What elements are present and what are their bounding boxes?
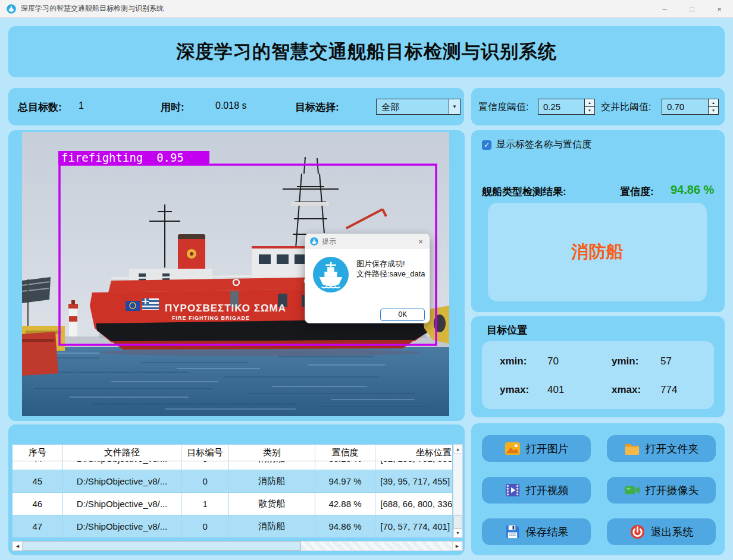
scroll-right-icon[interactable]: ▶ (452, 542, 462, 550)
total-targets-label: 总目标数: (18, 100, 62, 114)
show-labels-checkbox-row[interactable]: ✓ 显示标签名称与置信度 (482, 139, 591, 151)
ymax-label: ymax: (500, 384, 529, 396)
dialog-ship-logo (312, 256, 349, 293)
ymin-label: ymin: (612, 355, 638, 367)
col-header-target-id: 目标编号 (181, 445, 229, 461)
app-ship-icon (7, 4, 16, 14)
dialog-titlebar: 提示 × (305, 234, 430, 249)
iou-threshold-value: 0.70 (662, 99, 708, 114)
xmin-value: 70 (547, 355, 559, 367)
scroll-up-icon[interactable]: ▲ (453, 445, 462, 454)
page-title: 深度学习的智慧交通舰船目标检测与识别系统 (176, 39, 557, 64)
maximize-button[interactable]: □ (678, 0, 706, 18)
vertical-scroll-thumb[interactable] (453, 515, 462, 528)
window-titlebar: 深度学习的智慧交通舰船目标检测与识别系统 – □ × (0, 0, 733, 18)
save-icon (505, 524, 521, 540)
folder-icon (624, 441, 640, 457)
iou-threshold-label: 交并比阈值: (601, 101, 651, 114)
ymax-value: 401 (547, 384, 564, 396)
video-icon (505, 482, 521, 498)
results-table: 序号 文件路径 目标编号 类别 置信度 坐标位置 44 D:/ShipObjec… (12, 444, 453, 538)
target-position-title: 目标位置 (487, 323, 527, 337)
spin-down-icon[interactable]: ▼ (709, 107, 718, 114)
show-labels-label: 显示标签名称与置信度 (496, 139, 591, 151)
open-video-button[interactable]: 打开视频 (482, 477, 591, 504)
target-select-dropdown[interactable]: 全部 ▼ (376, 99, 461, 115)
target-position-box: xmin: 70 ymin: 57 ymax: 401 xmax: 774 (482, 341, 714, 409)
checkbox-checked-icon[interactable]: ✓ (482, 140, 491, 150)
dialog-close-icon[interactable]: × (412, 237, 430, 246)
horizontal-scrollbar[interactable]: ◀ ▶ (12, 541, 463, 551)
confidence-label: 置信度: (620, 185, 654, 199)
hull-text-english: FIRE FIGHTING BRIGADE (172, 315, 250, 321)
dialog-message-line2: 文件路径:save_data (356, 269, 425, 279)
confidence-value: 94.86 % (671, 183, 714, 197)
dialog-title: 提示 (322, 237, 412, 247)
spin-up-icon[interactable]: ▲ (709, 99, 718, 107)
horizontal-scroll-thumb[interactable] (23, 542, 301, 550)
table-row[interactable]: 46 D:/ShipObjective_v8/... 1 散货船 42.88 %… (12, 493, 452, 515)
minimize-button[interactable]: – (651, 0, 678, 18)
ok-button[interactable]: OK (380, 309, 425, 321)
dialog-message: 图片保存成功! 文件路径:save_data (356, 259, 425, 279)
target-position-panel: 目标位置 xmin: 70 ymin: 57 ymax: 401 xmax: 7… (471, 316, 725, 417)
elapsed-time-value: 0.018 s (215, 100, 246, 111)
confidence-threshold-value: 0.25 (538, 99, 584, 114)
thresholds-panel: 置信度阈值: 0.25 ▲ ▼ 交并比阈值: 0.70 ▲ ▼ (471, 88, 725, 125)
col-header-filepath: 文件路径 (63, 445, 181, 461)
ship-type-value: 消防船 (572, 240, 624, 264)
dialog-ship-icon (310, 237, 318, 246)
vertical-scrollbar[interactable]: ▲ ▼ (453, 444, 463, 538)
dialog-message-line1: 图片保存成功! (356, 259, 425, 269)
scroll-left-icon[interactable]: ◀ (12, 542, 23, 550)
spin-down-icon[interactable]: ▼ (585, 107, 594, 114)
save-results-button[interactable]: 保存结果 (482, 518, 591, 545)
iou-threshold-spinner[interactable]: 0.70 ▲ ▼ (662, 99, 719, 115)
open-image-button[interactable]: 打开图片 (482, 435, 591, 462)
detection-result-panel: ✓ 显示标签名称与置信度 舰船类型检测结果: 置信度: 94.86 % 消防船 (471, 130, 725, 312)
action-buttons-panel: 打开图片 打开文件夹 打开视频 打开摄像头 (471, 423, 725, 555)
col-header-coords: 坐标位置 (375, 445, 452, 461)
hull-text-greek: ΠΥΡΟΣΒΕΣΤΙΚΟ ΣΩΜΑ (165, 303, 286, 314)
header-banner: 深度学习的智慧交通舰船目标检测与识别系统 (8, 26, 725, 77)
col-header-index: 序号 (12, 445, 63, 461)
close-button[interactable]: × (706, 0, 733, 18)
scroll-down-icon[interactable]: ▼ (453, 528, 462, 537)
table-header-row: 序号 文件路径 目标编号 类别 置信度 坐标位置 (12, 445, 452, 461)
confidence-threshold-spinner[interactable]: 0.25 ▲ ▼ (538, 99, 595, 115)
camera-icon (624, 482, 640, 498)
spin-up-icon[interactable]: ▲ (585, 99, 594, 107)
xmax-value: 774 (660, 384, 677, 396)
col-header-confidence: 置信度 (315, 445, 376, 461)
target-select-label: 目标选择: (295, 100, 339, 114)
window-title: 深度学习的智慧交通舰船目标检测与识别系统 (21, 4, 164, 14)
table-row[interactable]: 47 D:/ShipObjective_v8/... 0 消防船 94.86 %… (12, 515, 452, 538)
open-folder-button[interactable]: 打开文件夹 (607, 435, 716, 462)
save-success-dialog: 提示 × 图片保存成功! 文件路径:save_data OK (305, 233, 430, 323)
ymin-value: 57 (660, 355, 672, 367)
xmax-label: xmax: (612, 384, 641, 396)
table-row[interactable]: 44 D:/ShipObjective_v8/... 0 消防船 85.25 %… (12, 461, 452, 470)
open-camera-button[interactable]: 打开摄像头 (607, 477, 716, 504)
ship-type-result-label: 舰船类型检测结果: (482, 185, 566, 199)
elapsed-time-label: 用时: (161, 100, 184, 114)
results-table-panel: 序号 文件路径 目标编号 类别 置信度 坐标位置 44 D:/ShipObjec… (8, 424, 465, 555)
chevron-down-icon[interactable]: ▼ (449, 99, 460, 114)
col-header-category: 类别 (229, 445, 315, 461)
stats-panel: 总目标数: 1 用时: 0.018 s 目标选择: 全部 ▼ (8, 88, 464, 125)
bbox-label: firefighting 0.95 (61, 151, 184, 164)
ship-type-result-box: 消防船 (488, 203, 707, 301)
power-icon (629, 524, 646, 540)
table-row[interactable]: 45 D:/ShipObjective_v8/... 0 消防船 94.97 %… (12, 470, 452, 493)
confidence-threshold-label: 置信度阈值: (478, 101, 528, 114)
total-targets-value: 1 (79, 100, 84, 111)
image-icon (505, 441, 521, 457)
exit-system-button[interactable]: 退出系统 (607, 518, 716, 545)
target-select-value: 全部 (377, 99, 449, 114)
xmin-label: xmin: (500, 355, 527, 367)
